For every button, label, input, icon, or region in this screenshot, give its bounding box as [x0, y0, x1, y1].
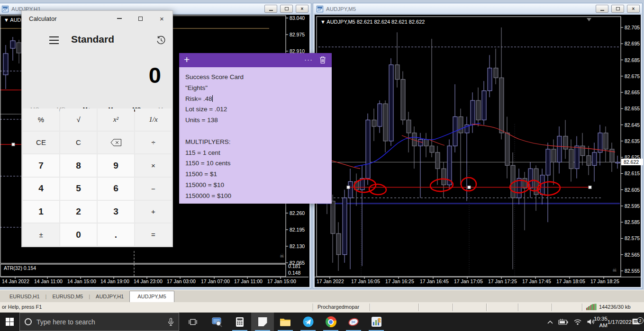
tray-chevron-button[interactable]	[544, 320, 556, 324]
note-line: 1150 = 10 cents	[185, 158, 328, 169]
calc-key-x2[interactable]: x²	[98, 108, 134, 131]
wifi-icon	[573, 319, 582, 325]
chart-tab-audjpy-m5[interactable]: AUDJPY,M5	[129, 291, 174, 303]
taskbar-app-telegram[interactable]	[297, 313, 319, 331]
taskbar-app-mt4[interactable]	[365, 313, 388, 331]
sticky-note-body[interactable]: Success Score Card"Eights"Risk= .48Lot s…	[179, 67, 332, 204]
calc-key-CE[interactable]: CE	[23, 132, 59, 154]
price-axis-label: 82.595	[625, 203, 640, 209]
note-line: Units = 138	[185, 115, 328, 126]
calc-key-4[interactable]: 4	[23, 178, 59, 200]
desktop: AUDJPY,H1 × AUDJPY,M5 × ▼ AUDJPY,H1 ▼ AU…	[0, 0, 644, 331]
status-account-name: Prochargedmopar	[317, 304, 359, 310]
start-button[interactable]	[0, 313, 19, 331]
note-line: 1150000 = $100	[185, 191, 328, 202]
chart-tab-eurusd-m5[interactable]: EURUSD,M5	[46, 291, 89, 302]
maximize-button[interactable]	[130, 11, 151, 26]
tray-battery-button[interactable]	[556, 319, 571, 325]
delete-note-icon[interactable]	[319, 56, 326, 66]
taskbar-app-file-explorer[interactable]	[274, 313, 297, 331]
time-axis-label: 17 Jan 16:45	[420, 278, 449, 284]
chart-tab-eurusd-h1[interactable]: EURUSD,H1	[4, 291, 45, 302]
menu-icon[interactable]	[49, 36, 59, 44]
tray-clock[interactable]: 10:35 AM 1/17/2022	[598, 315, 628, 329]
calculator-titlebar[interactable]: Calculator ×	[22, 11, 172, 26]
calc-key-percent[interactable]: %	[23, 108, 59, 131]
calc-key-divide[interactable]: ÷	[135, 132, 172, 154]
task-view-button[interactable]	[182, 313, 204, 331]
calc-key-1divx[interactable]: 1/x	[135, 108, 172, 131]
note-menu-icon[interactable]: ···	[304, 55, 313, 63]
calc-key-sqrt[interactable]: √	[60, 108, 97, 131]
taskbar-app-sticky-notes[interactable]	[251, 313, 274, 331]
current-price-tag: 82.622	[621, 159, 643, 165]
taskbar-app-calculator[interactable]	[228, 313, 251, 331]
calc-key-plus[interactable]: +	[135, 201, 172, 223]
price-axis-label: 82.665	[625, 89, 640, 95]
price-axis-label: 83.040	[290, 15, 305, 21]
time-axis-label: 17 Jan 07:00	[201, 278, 230, 284]
telegram-icon	[303, 316, 314, 327]
calc-key-6[interactable]: 6	[98, 178, 134, 200]
taskbar-app-chrome[interactable]	[319, 313, 342, 331]
calc-key-2[interactable]: 2	[60, 201, 97, 223]
file-explorer-icon	[280, 317, 291, 326]
calc-key-C[interactable]: C	[60, 132, 97, 154]
time-axis-label: 17 Jan 16:25	[385, 278, 414, 284]
chart-tab-bar: EURUSD,H1|EURUSD,M5|AUDJPY,H1AUDJPY,M5	[0, 290, 644, 302]
calc-key-0[interactable]: 0	[60, 224, 97, 246]
time-axis-label: 14 Jan 15:00	[67, 278, 96, 284]
price-axis-label: 82.260	[290, 210, 305, 216]
tray-wifi-button[interactable]	[571, 319, 584, 325]
time-axis-label: 17 Jan 03:00	[167, 278, 196, 284]
calc-key-9[interactable]: 9	[98, 154, 134, 177]
price-axis-label: 82.695	[625, 41, 640, 46]
price-axis-label: 82.575	[625, 235, 640, 241]
chart-tab-audjpy-h1[interactable]: AUDJPY,H1	[90, 291, 129, 302]
calc-key-7[interactable]: 7	[23, 154, 59, 177]
calc-key-8[interactable]: 8	[60, 154, 97, 177]
new-note-icon[interactable]: +	[184, 54, 190, 65]
close-button[interactable]: ×	[151, 11, 172, 26]
note-line: 11500 = $1	[185, 169, 328, 180]
calc-key-3[interactable]: 3	[98, 201, 134, 223]
calc-key-minus[interactable]: −	[135, 178, 172, 200]
mt4-icon	[371, 316, 382, 327]
price-axis-label: 82.635	[625, 138, 640, 144]
time-axis-label: 14 Jan 2022	[2, 278, 29, 284]
price-axis-label: 82.675	[625, 73, 640, 79]
price-axis-label: 82.130	[290, 243, 305, 249]
taskbar-app-magnifier[interactable]	[206, 313, 228, 331]
action-center-button[interactable]: 2	[628, 318, 644, 326]
taskbar-app-snipping-tool[interactable]: ✂	[342, 313, 365, 331]
note-line: "Eights"	[185, 83, 328, 94]
scroll-marker-icon[interactable]	[587, 18, 591, 21]
calculator-display: 0	[22, 62, 161, 88]
sticky-note-window[interactable]: + ··· Success Score Card"Eights"Risk= .4…	[179, 53, 332, 204]
status-traffic-text: 144236/30 kb	[599, 304, 631, 310]
calculator-mode: Standard	[71, 34, 114, 45]
windows-logo-icon	[6, 318, 14, 326]
calc-key-dot[interactable]: .	[98, 224, 134, 246]
calc-key-1[interactable]: 1	[23, 201, 59, 223]
calc-key-plusminus[interactable]: ±	[23, 224, 59, 246]
time-axis-label: 14 Jan 11:00	[34, 278, 63, 284]
price-axis-label: 82.195	[290, 227, 305, 233]
calc-key-equals[interactable]: =	[135, 224, 172, 246]
calc-key-multiply[interactable]: ×	[135, 154, 172, 177]
taskbar-search-input[interactable]: Type here to search	[19, 313, 179, 331]
price-axis-label: 82.705	[625, 25, 640, 30]
calc-key-backspace[interactable]	[98, 132, 134, 154]
history-icon[interactable]	[156, 36, 166, 45]
note-line: 115000 = $10	[185, 180, 328, 191]
sticky-note-header[interactable]: + ···	[179, 53, 332, 67]
calc-key-5[interactable]: 5	[60, 178, 97, 200]
microphone-icon[interactable]	[168, 318, 174, 326]
price-axis-label: 82.655	[625, 106, 640, 111]
calculator-window[interactable]: Calculator × Standard 0 MCMRM+M-MSM▾ %√x…	[21, 10, 173, 247]
minimize-button[interactable]	[109, 11, 130, 26]
atr-indicator-label: ATR(32) 0.154	[4, 265, 36, 271]
price-axis-label: 82.605	[625, 187, 640, 193]
status-help-text: or Help, press F1	[2, 304, 42, 310]
note-line	[185, 126, 328, 137]
